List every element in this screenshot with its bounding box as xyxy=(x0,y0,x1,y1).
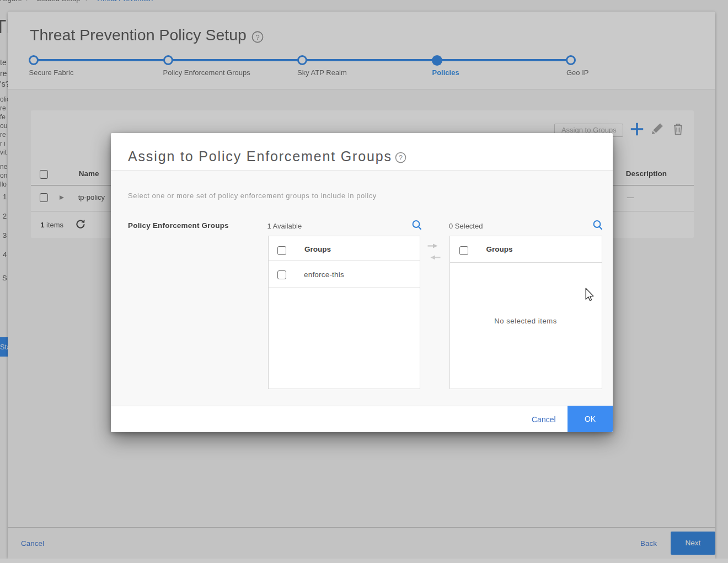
svg-text:?: ? xyxy=(399,154,403,162)
